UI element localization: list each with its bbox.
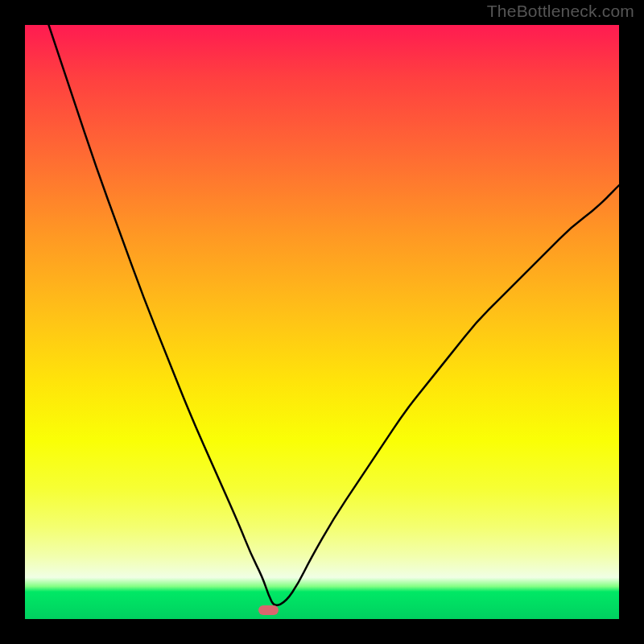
watermark-text: TheBottleneck.com bbox=[487, 2, 634, 21]
bottleneck-curve bbox=[25, 25, 619, 619]
chart-frame: TheBottleneck.com bbox=[0, 0, 644, 644]
optimum-marker bbox=[258, 605, 279, 615]
plot-area bbox=[25, 25, 619, 619]
